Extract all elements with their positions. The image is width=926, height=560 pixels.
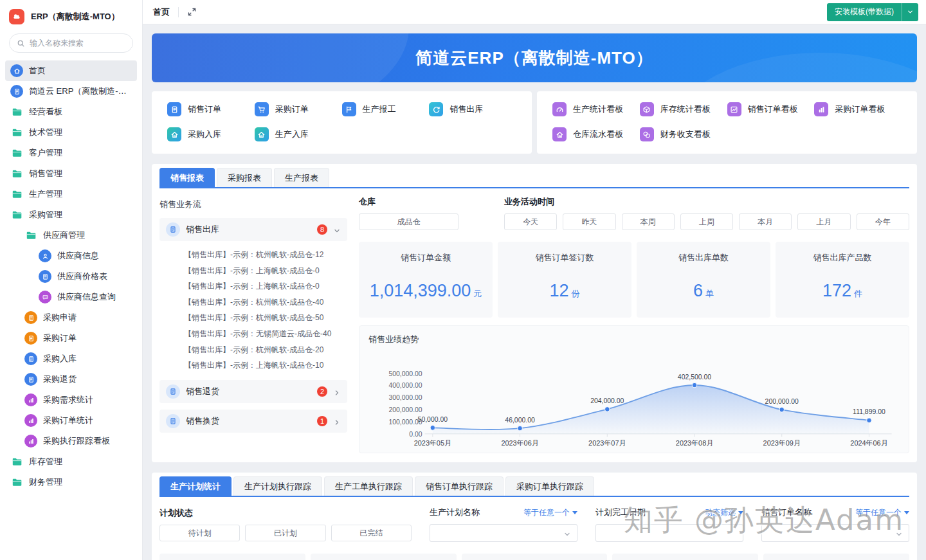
filter-operator[interactable]: 等于任意一个	[523, 507, 577, 518]
chevron-down-icon	[563, 529, 571, 537]
time-option-today[interactable]: 今天	[504, 213, 557, 230]
filter-operator[interactable]: 等于任意一个	[855, 507, 909, 518]
quick-link-production-report[interactable]: 生产报工	[342, 102, 430, 116]
plan-name-select[interactable]	[430, 524, 577, 542]
sidebar-item-supplier-price[interactable]: 供应商价格表	[5, 266, 137, 287]
plan-status-label: 计划状态	[159, 507, 412, 519]
sales-order-name-select[interactable]	[761, 524, 909, 542]
sidebar-item-finance[interactable]: 财务管理	[5, 472, 137, 492]
kpi-outbound-orders: 销售出库单数 6单	[637, 242, 770, 318]
cycle-arrow-icon	[429, 102, 443, 116]
sidebar-item-purchase[interactable]: 采购管理	[5, 204, 137, 225]
quick-link-finance-board[interactable]: 财务收支看板	[640, 127, 727, 141]
sidebar-item-tech[interactable]: 技术管理	[5, 122, 137, 143]
sidebar-item-home[interactable]: 首页	[5, 60, 137, 81]
chevron-down-icon[interactable]	[333, 226, 341, 233]
flow-item[interactable]: 【销售出库】-示例：杭州帆软-成品仓-50	[184, 310, 347, 326]
doc-icon	[166, 414, 180, 428]
search-input[interactable]	[30, 39, 125, 48]
flow-item[interactable]: 【销售出库】-示例：上海帆软-成品仓-0	[184, 278, 347, 294]
sidebar-item-supplier-info[interactable]: 供应商信息	[5, 246, 137, 266]
flow-item[interactable]: 【销售出库】-示例：无锡简道云-成品仓-40	[184, 326, 347, 342]
quick-link-production-stats-board[interactable]: 生产统计看板	[552, 102, 640, 116]
flow-group-sales-outbound[interactable]: 销售出库 8	[159, 218, 347, 241]
production-tabs: 生产计划统计 生产计划执行跟踪 生产工单执行跟踪 销售订单执行跟踪 采购订单执行…	[159, 476, 909, 497]
folder-icon	[10, 149, 23, 158]
quick-link-production-inbound[interactable]: 生产入库	[255, 127, 342, 141]
flow-item[interactable]: 【销售出库】-示例：杭州帆软-成品仓-40	[184, 294, 347, 311]
quick-link-sales-order-board[interactable]: 销售订单看板	[727, 102, 815, 116]
folder-open-icon	[10, 210, 23, 219]
chevron-right-icon[interactable]	[333, 388, 341, 395]
flow-item[interactable]: 【销售出库】-示例：杭州帆软-成品仓-20	[184, 342, 347, 358]
quick-link-sales-order[interactable]: 销售订单	[167, 102, 255, 116]
status-option-finished[interactable]: 已完结	[331, 525, 412, 541]
sidebar-item-customer[interactable]: 客户管理	[5, 143, 137, 163]
sidebar-item-purchase-order[interactable]: 采购订单	[5, 328, 137, 348]
page-title: 简道云ERP（离散制造-MTO）	[415, 47, 653, 69]
svg-text:500,000.00: 500,000.00	[388, 370, 422, 377]
status-option-planned[interactable]: 已计划	[245, 525, 325, 541]
svg-text:204,000.00: 204,000.00	[590, 397, 624, 404]
flow-item[interactable]: 【销售出库】-示例：杭州帆软-成品仓-12	[184, 247, 347, 263]
flow-group-sales-exchange[interactable]: 销售换货 1	[159, 410, 347, 433]
chevron-right-icon[interactable]	[333, 417, 341, 425]
tab-production-report[interactable]: 生产报表	[274, 168, 329, 187]
sidebar-item-business-board[interactable]: 经营看板	[5, 102, 137, 122]
warehouse-filter-value[interactable]: 成品仓	[359, 213, 458, 230]
plan-status-filter: 计划状态 待计划 已计划 已完结	[159, 507, 412, 542]
tab-purchase-order-tracking[interactable]: 采购订单执行跟踪	[505, 476, 594, 496]
sidebar-item-purchase-order-stats[interactable]: 采购订单统计	[5, 410, 137, 431]
fullscreen-icon[interactable]	[187, 7, 197, 17]
tab-purchase-report[interactable]: 采购报表	[217, 168, 272, 187]
tab-sales-order-tracking[interactable]: 销售订单执行跟踪	[415, 476, 504, 496]
flow-group-sales-return[interactable]: 销售退货 2	[159, 380, 347, 403]
search-icon	[17, 39, 25, 48]
quick-link-purchase-order-board[interactable]: 采购订单看板	[814, 102, 902, 116]
caret-down-icon	[904, 511, 909, 514]
time-option-last-month[interactable]: 上月	[797, 213, 850, 230]
report-tabs: 销售报表 采购报表 生产报表	[159, 168, 909, 188]
quick-link-inventory-stats-board[interactable]: 库存统计看板	[640, 102, 727, 116]
time-option-this-month[interactable]: 本月	[739, 213, 792, 230]
sidebar-item-purchase-tracking-board[interactable]: 采购执行跟踪看板	[5, 431, 137, 451]
install-template-button[interactable]: 安装模板(带数据)	[827, 3, 918, 21]
doc-icon	[10, 85, 23, 98]
quick-link-sales-outbound[interactable]: 销售出库	[429, 102, 516, 116]
tab-production-plan-tracking[interactable]: 生产计划执行跟踪	[233, 476, 322, 496]
quick-link-warehouse-flow-board[interactable]: 仓库流水看板	[552, 127, 640, 141]
quick-link-purchase-inbound[interactable]: 采购入库	[167, 127, 255, 141]
tab-home[interactable]: 首页	[153, 6, 170, 18]
time-option-last-week[interactable]: 上周	[680, 213, 733, 230]
sidebar-item-app-doc[interactable]: 简道云 ERP（离散制造-MTO）...	[5, 81, 137, 102]
sidebar-item-supplier-mgmt[interactable]: 供应商管理	[5, 225, 137, 246]
svg-text:111,899.00: 111,899.00	[853, 408, 885, 415]
doc-icon	[24, 373, 37, 386]
sidebar-search[interactable]	[9, 33, 133, 53]
caret-down-icon	[738, 511, 743, 514]
sidebar-item-supplier-query[interactable]: 供应商信息查询	[5, 287, 137, 307]
tab-sales-report[interactable]: 销售报表	[159, 168, 215, 187]
svg-text:2023年07月: 2023年07月	[588, 439, 626, 447]
flow-item[interactable]: 【销售出库】-示例：上海帆软-成品仓-10	[184, 357, 347, 374]
time-option-yesterday[interactable]: 昨天	[563, 213, 615, 230]
kpi-orders-signed: 销售订单签订数 12份	[498, 242, 631, 318]
quick-link-purchase-order[interactable]: 采购订单	[255, 102, 342, 116]
sidebar-item-purchase-return[interactable]: 采购退货	[5, 369, 137, 390]
sidebar-item-purchase-inbound[interactable]: 采购入库	[5, 348, 137, 369]
sidebar-item-inventory[interactable]: 库存管理	[5, 451, 137, 472]
status-option-pending[interactable]: 待计划	[159, 525, 240, 541]
sidebar-item-production[interactable]: 生产管理	[5, 184, 137, 204]
finish-date-input[interactable]	[595, 524, 743, 542]
time-option-this-week[interactable]: 本周	[622, 213, 675, 230]
sidebar-item-purchase-demand-stats[interactable]: 采购需求统计	[5, 390, 137, 410]
flow-item[interactable]: 【销售出库】-示例：上海帆软-成品仓-0	[184, 263, 347, 279]
tab-production-plan-stats[interactable]: 生产计划统计	[159, 476, 232, 496]
sidebar-item-purchase-request[interactable]: 采购申请	[5, 307, 137, 328]
time-option-this-year[interactable]: 今年	[857, 213, 909, 230]
kpi-outbound-products: 销售出库产品数 172件	[776, 242, 909, 318]
sidebar-item-sales[interactable]: 销售管理	[5, 163, 137, 184]
install-dropdown-arrow[interactable]	[902, 3, 918, 21]
filter-operator[interactable]: 动态筛选	[705, 507, 743, 518]
tab-work-order-tracking[interactable]: 生产工单执行跟踪	[324, 476, 413, 496]
